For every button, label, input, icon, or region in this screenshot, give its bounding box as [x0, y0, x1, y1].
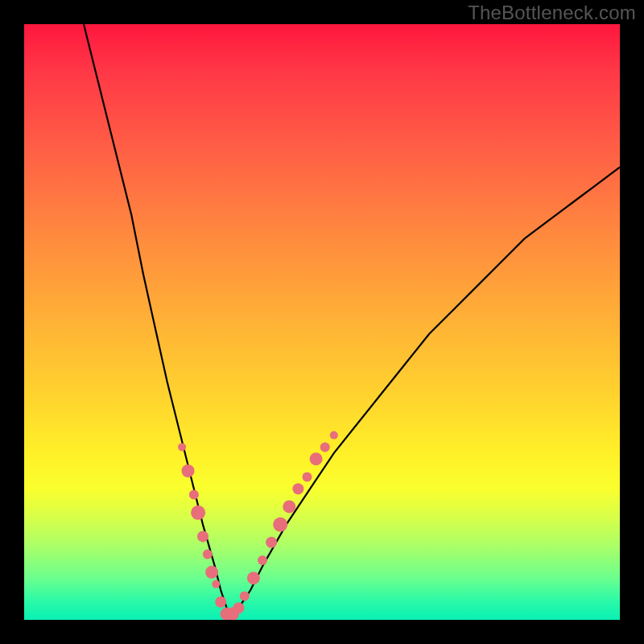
- watermark-text: TheBottleneck.com: [468, 2, 636, 24]
- chart-marker: [189, 490, 199, 500]
- chart-marker: [191, 506, 205, 520]
- chart-marker: [283, 500, 295, 513]
- chart-marker: [212, 580, 220, 588]
- chart-marker: [226, 608, 239, 620]
- bottleneck-markers: [178, 431, 338, 620]
- chart-marker: [266, 537, 277, 548]
- chart-marker: [247, 572, 260, 584]
- chart-marker: [197, 530, 208, 542]
- chart-marker: [320, 442, 330, 452]
- chart-marker: [330, 431, 338, 440]
- chart-marker: [233, 602, 244, 613]
- chart-marker: [240, 591, 250, 601]
- chart-svg: [24, 24, 620, 620]
- chart-marker: [215, 597, 226, 608]
- chart-marker: [310, 452, 323, 465]
- chart-marker: [203, 550, 213, 559]
- chart-marker: [178, 443, 186, 451]
- chart-marker: [292, 483, 303, 494]
- chart-marker: [258, 555, 267, 565]
- chart-marker: [273, 518, 287, 532]
- chart-marker: [205, 566, 218, 579]
- chart-stage: TheBottleneck.com: [0, 0, 644, 644]
- chart-marker: [303, 472, 312, 481]
- chart-marker: [221, 608, 233, 620]
- bottleneck-curve: [84, 24, 620, 614]
- plot-area: [24, 24, 620, 620]
- chart-marker: [182, 464, 195, 477]
